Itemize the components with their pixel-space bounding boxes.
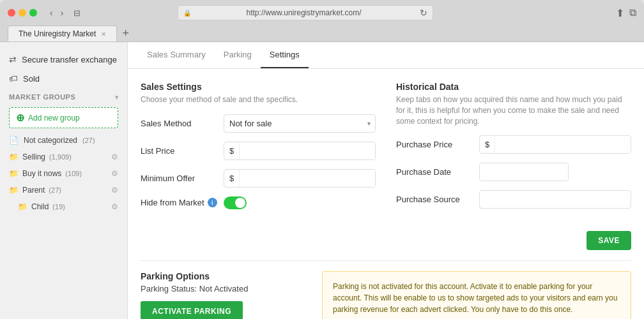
purchase-price-row: Purchase Price $ [396, 135, 631, 154]
tab-sales-summary[interactable]: Sales Summary [138, 42, 215, 68]
tab-overview-button[interactable]: ⧉ [629, 7, 636, 19]
save-button[interactable]: SAVE [586, 231, 631, 250]
list-price-label: List Price [141, 146, 224, 156]
sidebar-group-selling[interactable]: 📁 Selling (1,909) ⚙ [0, 149, 127, 165]
parking-left: Parking Options Parking Status: Not Acti… [141, 271, 307, 319]
historical-data-title: Historical Data [396, 82, 631, 92]
settings-icon[interactable]: ⚙ [111, 169, 118, 178]
group-label: Child [31, 202, 49, 211]
currency-symbol-3: $ [480, 136, 495, 153]
hide-market-toggle[interactable] [224, 197, 247, 209]
activate-parking-button[interactable]: ACTIVATE PARKING [141, 301, 243, 319]
reader-mode-button[interactable]: ⊟ [71, 8, 83, 18]
group-label: Parent [22, 186, 45, 195]
purchase-source-input[interactable] [479, 190, 631, 209]
folder-icon: 📁 [9, 186, 19, 195]
parking-status: Parking Status: Not Activated [141, 284, 307, 293]
group-count: (19) [52, 203, 65, 211]
sidebar-group-not-categorized[interactable]: 📄 Not categorized (27) [0, 132, 127, 149]
tab-settings[interactable]: Settings [261, 42, 309, 68]
traffic-lights [8, 9, 37, 17]
fullscreen-traffic-light[interactable] [29, 9, 37, 17]
historical-data-desc: Keep tabs on how you acquired this name … [396, 94, 631, 126]
list-price-field: $ [224, 142, 376, 160]
browser-titlebar: ‹ › ⊟ 🔒 http://www.uniregistrymarket.com… [0, 0, 644, 26]
nav-buttons: ‹ › [47, 8, 66, 18]
hide-market-row: Hide from Market i [141, 197, 376, 209]
browser-tab[interactable]: The Uniregistry Market ✕ [8, 26, 117, 41]
toggle-knob [235, 198, 245, 208]
info-icon[interactable]: i [208, 198, 217, 207]
sidebar-group-child[interactable]: 📁 Child (19) ⚙ [0, 198, 127, 215]
sidebar-item-label: Sold [23, 74, 40, 84]
purchase-date-label: Purchase Date [396, 167, 479, 177]
market-groups-header: MARKET GROUPS ▾ [0, 88, 127, 103]
url-text: http://www.uniregistrymarket.com/ [195, 8, 413, 17]
sales-settings-section: Sales Settings Choose your method of sal… [141, 82, 376, 218]
sidebar-group-parent[interactable]: 📁 Parent (27) ⚙ [0, 182, 127, 198]
sales-settings-title: Sales Settings [141, 82, 376, 92]
purchase-source-label: Purchase Source [396, 195, 479, 204]
settings-icon[interactable]: ⚙ [111, 186, 118, 195]
folder-icon: 📁 [18, 202, 27, 211]
purchase-price-label: Purchase Price [396, 140, 479, 149]
tab-bar: The Uniregistry Market ✕ + [0, 26, 644, 42]
main-content: Sales Summary Parking Settings Sales Set… [128, 42, 644, 319]
add-group-button[interactable]: ⊕ Add new group [9, 107, 118, 128]
parking-right: Parking is not activated for this accoun… [322, 271, 631, 319]
parking-notice: Parking is not activated for this accoun… [322, 271, 631, 319]
parking-section: Parking Options Parking Status: Not Acti… [141, 271, 631, 319]
list-price-input[interactable] [240, 142, 375, 160]
sales-method-select[interactable]: Not for sale Buy it now Make an offer Au… [224, 114, 376, 133]
section-divider [141, 260, 631, 261]
min-offer-field: $ [224, 169, 376, 188]
back-button[interactable]: ‹ [47, 8, 56, 18]
min-offer-input[interactable] [240, 170, 375, 187]
new-tab-button[interactable]: + [119, 27, 132, 40]
settings-icon[interactable]: ⚙ [111, 202, 118, 211]
currency-symbol-2: $ [224, 170, 240, 187]
group-label: Not categorized [24, 136, 77, 145]
close-traffic-light[interactable] [8, 9, 15, 17]
tab-parking[interactable]: Parking [215, 42, 261, 68]
lock-icon: 🔒 [183, 10, 191, 17]
share-button[interactable]: ⬆ [616, 7, 624, 19]
sidebar-item-secure-transfer[interactable]: ⇄ Secure transfer exchange [0, 50, 127, 69]
purchase-price-input[interactable] [495, 136, 631, 153]
plus-icon: ⊕ [16, 112, 24, 124]
sales-method-select-wrapper: Not for sale Buy it now Make an offer Au… [224, 114, 376, 133]
tag-icon: 🏷 [9, 73, 18, 84]
historical-data-section: Historical Data Keep tabs on how you acq… [396, 82, 631, 218]
address-bar: 🔒 http://www.uniregistrymarket.com/ ↻ [178, 5, 433, 20]
purchase-price-field: $ [479, 135, 631, 154]
browser-tab-close[interactable]: ✕ [101, 31, 106, 38]
folder-icon: 📁 [9, 152, 19, 161]
sidebar: ⇄ Secure transfer exchange 🏷 Sold MARKET… [0, 42, 128, 319]
add-group-label: Add new group [28, 114, 80, 122]
minimize-traffic-light[interactable] [19, 9, 26, 17]
forward-button[interactable]: › [58, 8, 66, 18]
browser-actions: ⬆ ⧉ [616, 7, 636, 19]
page-tabs: Sales Summary Parking Settings [128, 42, 644, 69]
group-count: (109) [65, 170, 82, 177]
sales-method-label: Sales Method [141, 119, 224, 128]
reload-button[interactable]: ↻ [420, 8, 427, 18]
sidebar-item-sold[interactable]: 🏷 Sold [0, 69, 127, 88]
group-count: (1,909) [49, 153, 72, 161]
settings-icon[interactable]: ⚙ [111, 152, 118, 161]
sales-method-row: Sales Method Not for sale Buy it now Mak… [141, 114, 376, 133]
browser-tab-title: The Uniregistry Market [19, 29, 96, 38]
folder-icon: 📁 [9, 169, 19, 178]
browser-content: ⇄ Secure transfer exchange 🏷 Sold MARKET… [0, 42, 644, 319]
sidebar-group-buy-it-nows[interactable]: 📁 Buy it nows (109) ⚙ [0, 165, 127, 182]
list-price-row: List Price $ [141, 142, 376, 160]
chevron-icon: ▾ [115, 94, 119, 101]
group-label: Selling [22, 152, 45, 161]
browser-window: ‹ › ⊟ 🔒 http://www.uniregistrymarket.com… [0, 0, 644, 319]
parking-title: Parking Options [141, 271, 307, 281]
file-icon: 📄 [9, 136, 19, 145]
purchase-date-input[interactable] [479, 163, 569, 181]
currency-symbol: $ [224, 142, 240, 160]
group-label: Buy it nows [22, 169, 61, 178]
min-offer-label: Minimum Offer [141, 174, 224, 183]
